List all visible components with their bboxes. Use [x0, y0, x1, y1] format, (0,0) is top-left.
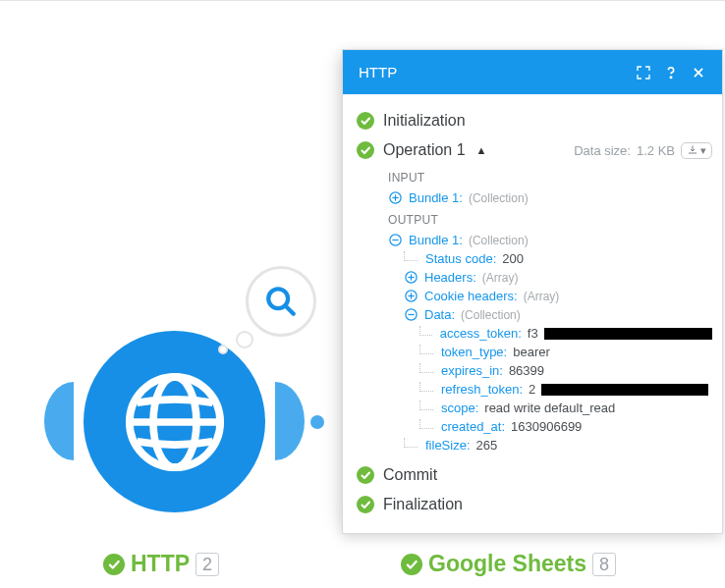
data-size-value: 1.2 KB [637, 143, 675, 158]
expand-plus-icon[interactable] [404, 289, 418, 303]
speech-bubble-tail [218, 345, 228, 354]
refresh-token-row: refresh_token: 2 [388, 380, 712, 399]
field-meta: (Collection) [461, 308, 521, 322]
panel-title: HTTP [359, 64, 630, 80]
bundle-key: Bundle 1: [409, 190, 463, 205]
panel-body: Initialization Operation 1 ▲ Data size: … [343, 94, 722, 533]
inspect-button[interactable] [246, 266, 316, 337]
cookie-headers-row[interactable]: Cookie headers: (Array) [388, 287, 712, 305]
http-module-node[interactable] [84, 331, 265, 512]
close-icon[interactable] [685, 59, 712, 86]
execution-panel: HTTP Initialization Operation 1 ▲ Da [342, 49, 723, 534]
connector-dot [310, 415, 324, 429]
field-key: Cookie headers: [424, 289, 518, 303]
expand-icon[interactable] [630, 59, 657, 86]
input-bundle-row[interactable]: Bundle 1: (Collection) [388, 188, 712, 207]
field-meta: (Array) [482, 271, 519, 285]
globe-icon [121, 368, 229, 476]
module-count: 2 [195, 553, 219, 576]
svg-point-5 [670, 77, 671, 78]
field-key: fileSize: [425, 438, 471, 453]
check-icon [357, 496, 374, 513]
field-value: 265 [476, 438, 498, 453]
scope-row: scope: read write default_read [388, 399, 712, 417]
field-value: 2 [529, 382, 535, 397]
expand-plus-icon[interactable] [404, 270, 418, 285]
expires-in-row: expires_in: 86399 [388, 361, 712, 380]
collapse-minus-icon[interactable] [404, 307, 418, 322]
phase-operation-1[interactable]: Operation 1 ▲ Data size: 1.2 KB ▾ [357, 135, 712, 165]
caret-up-icon: ▲ [476, 144, 487, 156]
chevron-down-icon: ▾ [700, 144, 706, 157]
token-type-row: token_type: bearer [388, 343, 712, 361]
collapse-minus-icon[interactable] [388, 233, 403, 247]
bundle-meta: (Collection) [469, 234, 529, 247]
module-count: 8 [592, 553, 616, 576]
phase-label: Operation 1 [383, 141, 466, 159]
bundle-key: Bundle 1: [409, 233, 463, 247]
bundle-meta: (Collection) [469, 191, 529, 205]
field-key: Status code: [425, 251, 496, 266]
expand-plus-icon[interactable] [388, 190, 403, 205]
google-sheets-module-label[interactable]: Google Sheets 8 [401, 551, 616, 577]
scenario-canvas[interactable]: HTTP 2 Google Sheets 8 HTTP Initializa [0, 1, 725, 588]
output-section-label: OUTPUT [388, 213, 712, 227]
output-bundle-row[interactable]: Bundle 1: (Collection) [388, 231, 712, 249]
field-value: f3 [528, 326, 538, 341]
redacted-value [541, 384, 708, 396]
phase-initialization[interactable]: Initialization [357, 106, 712, 135]
field-key: expires_in: [441, 363, 503, 378]
download-button[interactable]: ▾ [681, 142, 712, 159]
field-value: read write default_read [484, 401, 615, 415]
check-icon [357, 112, 374, 130]
data-size-label: Data size: [574, 143, 631, 158]
check-icon [103, 554, 125, 575]
field-key: scope: [441, 401, 478, 415]
redacted-value [544, 328, 712, 340]
filesize-row: fileSize: 265 [388, 436, 712, 454]
phase-label: Finalization [383, 496, 463, 513]
panel-header[interactable]: HTTP [343, 50, 722, 94]
phase-finalization[interactable]: Finalization [357, 490, 712, 519]
field-key: refresh_token: [441, 382, 523, 397]
module-name: Google Sheets [428, 551, 586, 577]
check-icon [401, 554, 422, 575]
status-code-row: Status code: 200 [388, 249, 712, 268]
module-name: HTTP [131, 551, 190, 577]
headers-row[interactable]: Headers: (Array) [388, 268, 712, 287]
phase-label: Initialization [383, 112, 466, 130]
field-value: 200 [502, 251, 524, 266]
field-key: Data: [424, 307, 455, 322]
field-value: 1630906699 [511, 419, 582, 434]
field-key: token_type: [441, 345, 507, 359]
check-icon [357, 141, 374, 159]
access-token-row: access_token: f3 [388, 324, 712, 343]
field-meta: (Array) [524, 290, 560, 303]
phase-label: Commit [383, 466, 437, 484]
http-module-label[interactable]: HTTP 2 [103, 551, 219, 577]
input-section-label: INPUT [388, 171, 712, 185]
field-value: bearer [513, 345, 550, 359]
check-icon [357, 466, 374, 484]
field-key: access_token: [440, 326, 522, 341]
phase-commit[interactable]: Commit [357, 460, 712, 490]
field-value: 86399 [509, 363, 544, 378]
svg-line-4 [285, 305, 294, 314]
speech-bubble-tail [236, 331, 253, 348]
field-key: created_at: [441, 419, 505, 434]
help-icon[interactable] [657, 59, 685, 86]
field-key: Headers: [424, 270, 476, 285]
created-at-row: created_at: 1630906699 [388, 417, 712, 436]
data-row[interactable]: Data: (Collection) [388, 305, 712, 324]
